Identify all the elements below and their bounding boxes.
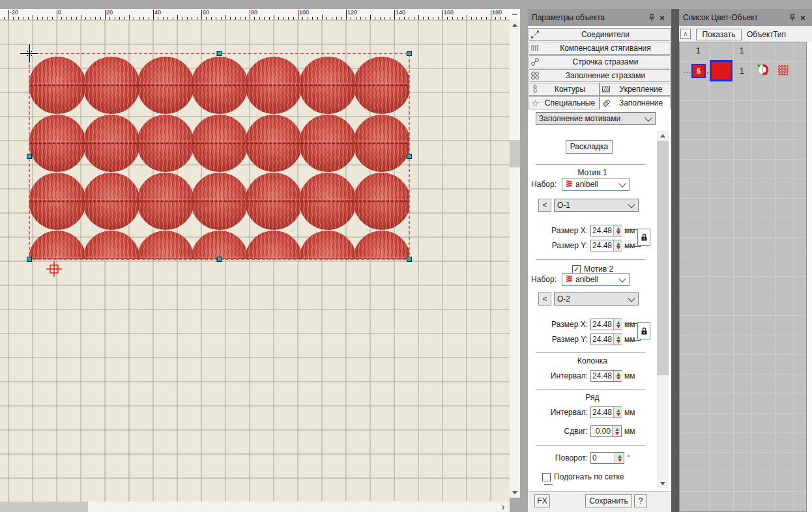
motif2-size-lock[interactable]: [637, 322, 650, 339]
color-wheel-icon[interactable]: [755, 62, 771, 79]
vertical-scroll-thumb[interactable]: [510, 140, 520, 167]
application-window: -20020406080100120140160180 › ⋰: [0, 0, 812, 512]
params-panel-titlebar: Параметры объекта ×: [528, 9, 671, 26]
summary-count-1: 1: [696, 46, 701, 55]
spinner[interactable]: [613, 319, 622, 330]
lock-icon: [641, 233, 648, 242]
chevron-down-icon: [645, 114, 652, 121]
motif2-checkbox[interactable]: [572, 265, 581, 274]
row-interval-field[interactable]: 24.48: [590, 406, 622, 418]
collapse-button[interactable]: ∧: [680, 29, 691, 39]
motif2-set-label: Набор:: [528, 275, 557, 284]
spinner[interactable]: [615, 453, 624, 463]
selection-handle: [27, 257, 32, 262]
color-panel-titlebar: Список Цвет-Объект ×: [679, 9, 812, 26]
show-button[interactable]: Показать: [696, 29, 742, 40]
save-button[interactable]: Сохранить: [585, 494, 632, 507]
motif2-prev-button[interactable]: <: [538, 292, 551, 306]
column-line: [733, 42, 734, 511]
tab-special[interactable]: ☆ Специальные: [529, 96, 600, 109]
snap-to-grid-label: Подогнать по сетке: [554, 472, 624, 481]
column-line: [709, 42, 710, 511]
motif1-size-lock[interactable]: [637, 229, 650, 246]
ruler-splitter-box[interactable]: [510, 9, 520, 20]
motif2-pattern-select[interactable]: O-2: [554, 292, 639, 306]
color-panel-header: ∧ Показать Объект Тип: [679, 26, 812, 42]
spinner[interactable]: [613, 407, 622, 418]
rhinestone-run-button[interactable]: Строчка стразами: [529, 55, 671, 68]
fill-type-select[interactable]: Заполнение мотивами: [536, 112, 656, 125]
motif1-pattern-select[interactable]: O-1: [554, 199, 639, 212]
pull-compensation-button[interactable]: Компенсация стягивания: [529, 42, 671, 55]
scroll-down-button[interactable]: [510, 487, 520, 498]
spinner[interactable]: [613, 334, 622, 345]
params-scroll-down[interactable]: [657, 478, 669, 489]
motif1-title: Мотив 1: [528, 168, 657, 177]
star-icon: ☆: [529, 98, 541, 108]
object-color-swatch[interactable]: [710, 60, 732, 81]
selection-handle: [407, 51, 412, 56]
snap-to-grid-checkbox[interactable]: [542, 473, 551, 481]
row-offset-label: Сдвиг:: [528, 427, 588, 436]
rhinestone-fill-button[interactable]: Заполнение стразами: [529, 69, 671, 82]
resize-grip[interactable]: ⋰: [510, 499, 520, 512]
pin-icon[interactable]: [787, 12, 798, 23]
row-section-title: Ряд: [528, 393, 657, 402]
contours-icon: [529, 85, 541, 94]
layout-button[interactable]: Раскладка: [566, 140, 613, 154]
close-icon[interactable]: ×: [798, 12, 808, 23]
column-interval-field[interactable]: 24.48: [590, 370, 622, 382]
reinforcement-icon: [600, 85, 612, 94]
selection-handle: [217, 51, 222, 56]
row-offset-field[interactable]: 0.00: [590, 425, 622, 437]
motif1-prev-button[interactable]: <: [538, 199, 551, 212]
spinner[interactable]: [613, 240, 622, 251]
color-panel-title: Список Цвет-Объект: [683, 13, 787, 22]
pin-icon[interactable]: [646, 12, 657, 23]
scroll-right-button[interactable]: ›: [497, 502, 510, 512]
color-object-table[interactable]: [679, 42, 807, 512]
params-scroll-up[interactable]: [657, 130, 669, 141]
horizontal-ruler: -20020406080100120140160180: [0, 9, 510, 20]
tab-reinforcement[interactable]: Укрепление: [600, 83, 671, 96]
column-section-title: Колонка: [528, 356, 657, 365]
panel-divider[interactable]: [671, 9, 679, 512]
spinner[interactable]: [613, 225, 622, 236]
spinner[interactable]: [613, 371, 622, 381]
separator: [536, 445, 645, 446]
separator: [536, 164, 645, 165]
motif2-size-y-label: Размер Y:: [528, 335, 588, 344]
tab-contours[interactable]: Контуры: [529, 83, 600, 96]
column-line: [793, 42, 794, 511]
motif1-size-x-field[interactable]: 24.48: [590, 225, 622, 236]
separator: [536, 389, 645, 390]
vertical-scrollbar[interactable]: [510, 30, 520, 487]
params-scroll-thumb[interactable]: [657, 141, 669, 375]
fill-bucket-icon: [600, 99, 612, 107]
tree-dots: ···: [683, 69, 691, 76]
tree-dots: ·: [706, 69, 709, 76]
scroll-up-button[interactable]: [510, 20, 520, 30]
motif2-set-select[interactable]: anibell: [562, 273, 630, 286]
connectors-button[interactable]: Соединители: [529, 28, 671, 41]
close-icon[interactable]: ×: [657, 12, 667, 23]
help-button[interactable]: ?: [634, 494, 647, 507]
column-interval-label: Интервал:: [528, 371, 588, 380]
design-canvas[interactable]: [0, 20, 510, 502]
motif2-size-x-field[interactable]: 24.48: [590, 319, 622, 330]
color-object-list-panel: Список Цвет-Объект × ∧ Показать Объект Т…: [679, 9, 812, 512]
motif1-size-y-field[interactable]: 24.48: [590, 240, 622, 251]
horizontal-scroll-thumb[interactable]: [0, 502, 88, 512]
rotation-field[interactable]: 0: [590, 452, 624, 464]
chevron-down-icon: [628, 201, 635, 208]
selection-handle: [407, 154, 412, 159]
fx-button[interactable]: FX: [534, 494, 550, 507]
color-index-swatch[interactable]: 5: [691, 64, 706, 78]
chevron-down-icon: [618, 180, 626, 187]
spinner[interactable]: [612, 426, 621, 436]
motif2-size-y-field[interactable]: 24.48: [590, 334, 622, 345]
column-line: [751, 42, 752, 511]
params-footer: FX Сохранить ?: [528, 491, 671, 512]
tab-fill[interactable]: Заполнение: [600, 96, 671, 109]
motif1-set-select[interactable]: anibell: [562, 178, 630, 191]
